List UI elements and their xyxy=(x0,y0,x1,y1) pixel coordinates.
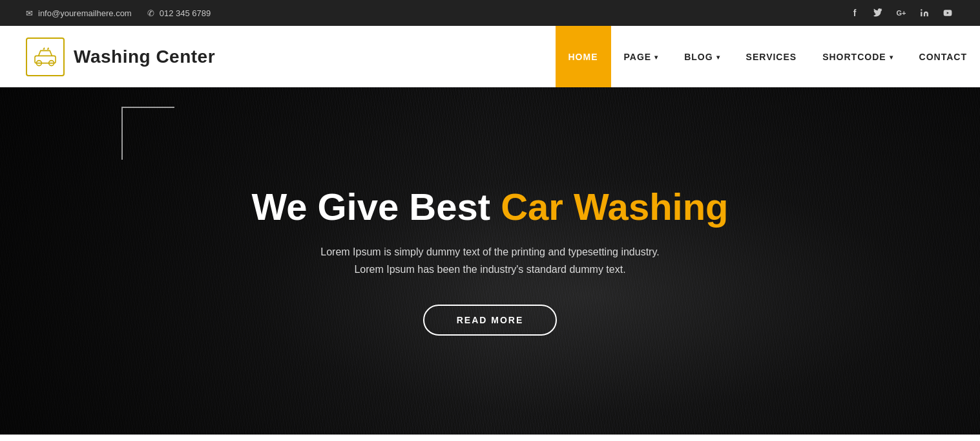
logo[interactable]: Washing Center xyxy=(0,26,235,87)
logo-title: Washing Center xyxy=(74,47,215,67)
linkedin-icon[interactable] xyxy=(918,6,931,19)
hero-title: We Give Best Car Washing xyxy=(251,186,728,228)
hero-subtitle-line1: Lorem Ipsum is simply dummy text of the … xyxy=(320,246,659,257)
topbar-contact-info: ✉ info@youremailhere.com ✆ 012 345 6789 xyxy=(26,8,211,18)
nav-label-services: SERVICES xyxy=(746,52,797,62)
hero-subtitle-line2: Lorem Ipsum has been the industry's stan… xyxy=(354,264,625,275)
twitter-icon[interactable] xyxy=(871,6,884,19)
topbar-email[interactable]: ✉ info@youremailhere.com xyxy=(26,8,132,18)
nav-label-page: PAGE xyxy=(624,52,652,62)
nav-links: HOME PAGE ▾ BLOG ▾ SERVICES SHORTCODE ▾ … xyxy=(556,26,981,87)
nav-item-blog[interactable]: BLOG ▾ xyxy=(671,26,733,87)
hero-content: We Give Best Car Washing Lorem Ipsum is … xyxy=(0,87,980,435)
chevron-down-icon: ▾ xyxy=(890,54,893,61)
logo-icon-box xyxy=(26,38,65,76)
nav-label-shortcode: SHORTCODE xyxy=(822,52,886,62)
topbar: ✉ info@youremailhere.com ✆ 012 345 6789 … xyxy=(0,0,980,26)
email-text: info@youremailhere.com xyxy=(38,8,132,18)
facebook-icon[interactable]: f xyxy=(848,6,861,19)
phone-text: 012 345 6789 xyxy=(160,8,211,18)
googleplus-icon[interactable]: G+ xyxy=(895,6,908,19)
svg-point-0 xyxy=(921,9,922,10)
youtube-icon[interactable] xyxy=(941,6,954,19)
chevron-down-icon: ▾ xyxy=(654,54,658,61)
svg-rect-2 xyxy=(35,56,56,63)
email-icon: ✉ xyxy=(26,8,33,18)
nav-item-home[interactable]: HOME xyxy=(556,26,611,87)
topbar-phone[interactable]: ✆ 012 345 6789 xyxy=(147,8,211,18)
nav-item-contact[interactable]: CONTACT xyxy=(906,26,980,87)
hero-section: We Give Best Car Washing Lorem Ipsum is … xyxy=(0,87,980,435)
navbar: Washing Center HOME PAGE ▾ BLOG ▾ SERVIC… xyxy=(0,26,980,87)
car-wash-logo-icon xyxy=(32,45,58,69)
nav-label-home: HOME xyxy=(568,52,598,62)
nav-label-contact: CONTACT xyxy=(919,52,967,62)
hero-title-part2: Car Washing xyxy=(501,186,728,228)
hero-subtitle: Lorem Ipsum is simply dummy text of the … xyxy=(320,243,659,278)
read-more-button[interactable]: READ MORE xyxy=(423,305,558,336)
social-links: f G+ xyxy=(848,6,954,19)
hero-title-part1: We Give Best xyxy=(251,186,501,228)
nav-item-page[interactable]: PAGE ▾ xyxy=(611,26,672,87)
nav-item-shortcode[interactable]: SHORTCODE ▾ xyxy=(809,26,906,87)
nav-item-services[interactable]: SERVICES xyxy=(733,26,810,87)
nav-label-blog: BLOG xyxy=(684,52,713,62)
phone-icon: ✆ xyxy=(147,8,154,18)
chevron-down-icon: ▾ xyxy=(716,54,720,61)
